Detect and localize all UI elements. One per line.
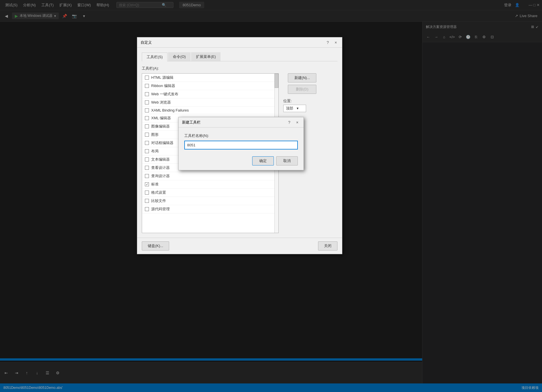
item-label-8: 对话框编辑器 bbox=[151, 140, 173, 146]
item-checkbox-13[interactable] bbox=[145, 182, 149, 186]
item-label-15: 比较文件 bbox=[151, 198, 166, 203]
dialog-right-buttons: 新建(N)... 删除(D) bbox=[288, 73, 316, 94]
list-item[interactable]: Web 一键式发布 bbox=[142, 90, 278, 98]
item-checkbox-5[interactable] bbox=[145, 116, 149, 120]
item-label-12: 查询设计器 bbox=[151, 173, 170, 179]
list-item[interactable]: 标准 bbox=[142, 180, 278, 189]
customize-dialog-title: 自定义 bbox=[141, 40, 152, 45]
tab-extend-menu[interactable]: 扩展菜单(E) bbox=[191, 52, 221, 61]
item-checkbox-3[interactable] bbox=[145, 100, 149, 104]
item-label-13: 标准 bbox=[151, 182, 159, 187]
list-item[interactable]: XAML Binding Failures bbox=[142, 107, 278, 114]
new-toolbar-titlebar: 新建工具栏 ? × bbox=[179, 117, 304, 128]
new-toolbar-body: 工具栏名称(N): bbox=[179, 128, 304, 154]
item-checkbox-2[interactable] bbox=[145, 92, 149, 96]
item-checkbox-9[interactable] bbox=[145, 149, 149, 153]
position-dropdown[interactable]: 顶部 ▾ bbox=[283, 105, 306, 112]
list-item[interactable]: 比较文件 bbox=[142, 197, 278, 205]
list-item[interactable]: 格式设置 bbox=[142, 189, 278, 197]
item-checkbox-4[interactable] bbox=[145, 108, 149, 112]
position-label: 位置: bbox=[283, 98, 316, 104]
new-toolbar-help-btn[interactable]: ? bbox=[286, 120, 292, 125]
dialog-bottom-buttons: 键盘(K)... 关闭 bbox=[137, 238, 342, 254]
new-toolbar-ok-btn[interactable]: 确定 bbox=[252, 156, 274, 165]
customize-dialog-actions: ? × bbox=[325, 40, 339, 45]
close-customize-btn[interactable]: 关闭 bbox=[318, 241, 337, 250]
new-toolbar-input[interactable] bbox=[184, 141, 298, 149]
customize-dialog-titlebar: 自定义 ? × bbox=[137, 37, 342, 48]
item-label-14: 格式设置 bbox=[151, 190, 166, 195]
delete-toolbar-btn: 删除(D) bbox=[288, 85, 316, 94]
tab-command[interactable]: 命令(O) bbox=[168, 52, 191, 61]
item-label-2: Web 一键式发布 bbox=[151, 92, 178, 97]
list-item[interactable]: 查询设计器 bbox=[142, 172, 278, 180]
new-toolbar-cancel-btn[interactable]: 取消 bbox=[276, 156, 298, 165]
item-checkbox-11[interactable] bbox=[145, 166, 149, 170]
tab-toolbar[interactable]: 工具栏(S) bbox=[142, 52, 167, 61]
item-checkbox-10[interactable] bbox=[145, 157, 149, 161]
item-label-0: HTML 源编辑 bbox=[151, 75, 173, 80]
item-checkbox-1[interactable] bbox=[145, 84, 149, 88]
item-checkbox-0[interactable] bbox=[145, 76, 149, 80]
new-toolbar-name-label: 工具栏名称(N): bbox=[184, 133, 298, 138]
new-toolbar-title: 新建工具栏 bbox=[182, 120, 201, 125]
position-select: 顶部 ▾ bbox=[283, 105, 316, 112]
item-label-7: 图形 bbox=[151, 132, 159, 137]
keyboard-btn[interactable]: 键盘(K)... bbox=[142, 241, 169, 250]
item-checkbox-16[interactable] bbox=[145, 207, 149, 211]
position-section: 位置: 顶部 ▾ bbox=[283, 98, 316, 112]
item-label-1: Ribbon 编辑器 bbox=[151, 83, 175, 88]
position-dropdown-icon: ▾ bbox=[297, 106, 299, 110]
item-label-4: XAML Binding Failures bbox=[151, 108, 189, 112]
item-checkbox-6[interactable] bbox=[145, 124, 149, 128]
new-toolbar-buttons: 确定 取消 bbox=[179, 154, 304, 170]
toolbar-list-label: 工具栏(A): bbox=[142, 66, 337, 71]
item-checkbox-15[interactable] bbox=[145, 199, 149, 203]
customize-help-btn[interactable]: ? bbox=[325, 40, 331, 45]
item-label-10: 文本编辑器 bbox=[151, 157, 170, 162]
list-item[interactable]: Ribbon 编辑器 bbox=[142, 82, 278, 90]
position-value: 顶部 bbox=[286, 106, 293, 110]
list-item[interactable]: Web 浏览器 bbox=[142, 98, 278, 107]
item-checkbox-14[interactable] bbox=[145, 191, 149, 195]
list-item[interactable]: HTML 源编辑 bbox=[142, 74, 278, 82]
item-label-5: XML 编辑器 bbox=[151, 116, 171, 121]
item-checkbox-7[interactable] bbox=[145, 133, 149, 137]
customize-close-btn[interactable]: × bbox=[333, 40, 339, 45]
item-label-11: 查看设计器 bbox=[151, 165, 170, 170]
customize-tabs: 工具栏(S) 命令(O) 扩展菜单(E) bbox=[142, 52, 337, 61]
item-label-6: 图像编辑器 bbox=[151, 124, 170, 129]
item-checkbox-8[interactable] bbox=[145, 141, 149, 145]
item-label-16: 源代码管理 bbox=[151, 207, 170, 212]
item-checkbox-12[interactable] bbox=[145, 174, 149, 178]
new-toolbar-title-actions: ? × bbox=[286, 120, 300, 125]
new-toolbar-dialog: 新建工具栏 ? × 工具栏名称(N): 确定 取消 bbox=[178, 117, 304, 170]
item-label-9: 布局 bbox=[151, 149, 159, 154]
new-toolbar-btn[interactable]: 新建(N)... bbox=[288, 73, 316, 82]
list-scrollbar-thumb[interactable] bbox=[274, 74, 278, 88]
new-toolbar-close-icon[interactable]: × bbox=[294, 120, 300, 125]
list-item[interactable]: 源代码管理 bbox=[142, 205, 278, 213]
item-label-3: Web 浏览器 bbox=[151, 100, 171, 105]
